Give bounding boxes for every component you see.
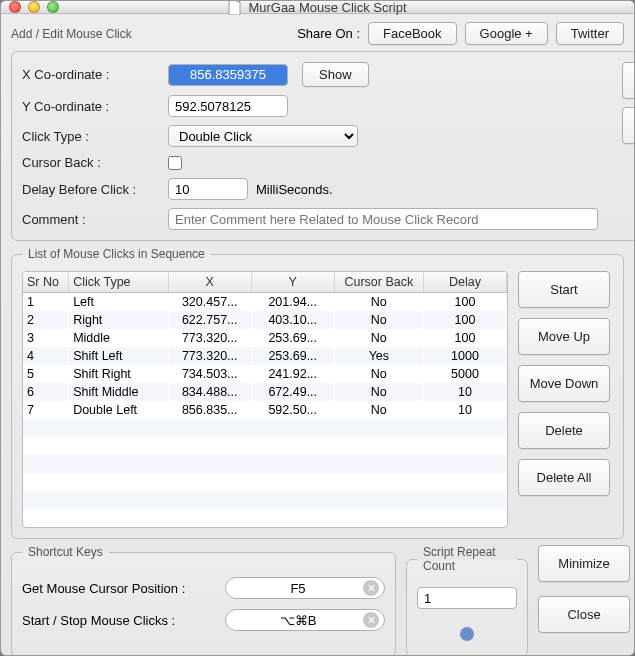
share-on-label: Share On :	[297, 26, 360, 41]
add-edit-fieldset: X Co-ordinate : Show Y Co-ordinate : Cli…	[11, 51, 635, 241]
table-row-empty	[23, 473, 507, 491]
table-row[interactable]: 2Right622.757...403.10...No100	[23, 311, 507, 329]
table-row[interactable]: 7Double Left856.835...592.50...No10	[23, 401, 507, 419]
close-button[interactable]: Close	[538, 596, 630, 633]
table-row-empty	[23, 437, 507, 455]
col-clicktype[interactable]: Click Type	[69, 272, 169, 293]
deleteall-button[interactable]: Delete All	[518, 459, 610, 496]
startstop-shortcut-input[interactable]	[225, 609, 385, 631]
clicktype-select[interactable]: Double Click	[168, 125, 358, 147]
col-x[interactable]: X	[168, 272, 251, 293]
table-row-empty	[23, 419, 507, 437]
table-row-empty	[23, 455, 507, 473]
col-delay[interactable]: Delay	[423, 272, 506, 293]
sharebar: Add / Edit Mouse Click Share On : FaceBo…	[11, 22, 624, 45]
delete-button[interactable]: Delete	[518, 412, 610, 449]
col-cursorback[interactable]: Cursor Back	[334, 272, 423, 293]
moveup-button[interactable]: Move Up	[518, 318, 610, 355]
clicks-table-wrapper: Sr No Click Type X Y Cursor Back Delay 1…	[22, 271, 508, 528]
add-edit-label: Add / Edit Mouse Click	[11, 27, 132, 41]
getpos-label: Get Mouse Cursor Position :	[22, 581, 217, 596]
minimize-button[interactable]: Minimize	[538, 545, 630, 582]
comment-input[interactable]	[168, 208, 598, 230]
y-coordinate-input[interactable]	[168, 95, 288, 117]
repeat-fieldset: Script Repeat Count	[406, 545, 528, 656]
facebook-button[interactable]: FaceBook	[368, 22, 457, 45]
table-row[interactable]: 4Shift Left773.320...253.69...Yes1000	[23, 347, 507, 365]
twitter-button[interactable]: Twitter	[556, 22, 624, 45]
startstop-label: Start / Stop Mouse Clicks :	[22, 613, 217, 628]
clicks-table[interactable]: Sr No Click Type X Y Cursor Back Delay 1…	[23, 272, 507, 527]
delay-label: Delay Before Click :	[22, 182, 160, 197]
shortcut-legend: Shortcut Keys	[22, 545, 109, 559]
list-fieldset: List of Mouse Clicks in Sequence Sr No C…	[11, 247, 624, 539]
table-row-empty	[23, 491, 507, 509]
x-coordinate-input[interactable]	[168, 64, 288, 86]
clear-startstop-icon[interactable]: ✕	[363, 612, 379, 628]
delay-input[interactable]	[168, 178, 248, 200]
start-button[interactable]: Start	[518, 271, 610, 308]
document-icon	[228, 0, 242, 15]
table-row-empty	[23, 509, 507, 527]
y-label: Y Co-ordinate :	[22, 99, 160, 114]
x-label: X Co-ordinate :	[22, 67, 160, 82]
googleplus-button[interactable]: Google +	[465, 22, 548, 45]
update-button[interactable]: Update	[622, 107, 635, 144]
cursorback-checkbox[interactable]	[168, 156, 182, 170]
window-title: MurGaa Mouse Click Script	[248, 0, 406, 15]
cursorback-label: Cursor Back :	[22, 155, 160, 170]
clear-getpos-icon[interactable]: ✕	[363, 580, 379, 596]
col-srno[interactable]: Sr No	[23, 272, 69, 293]
clicktype-label: Click Type :	[22, 129, 160, 144]
show-button[interactable]: Show	[302, 62, 369, 87]
col-y[interactable]: Y	[251, 272, 334, 293]
list-legend: List of Mouse Clicks in Sequence	[22, 247, 211, 261]
app-window: MurGaa Mouse Click Script Add / Edit Mou…	[0, 0, 635, 656]
table-row[interactable]: 1Left320.457...201.94...No100	[23, 293, 507, 312]
shortcut-fieldset: Shortcut Keys Get Mouse Cursor Position …	[11, 545, 396, 656]
getpos-shortcut-input[interactable]	[225, 577, 385, 599]
add-button[interactable]: Add	[622, 62, 635, 99]
repeat-legend: Script Repeat Count	[417, 545, 517, 573]
movedown-button[interactable]: Move Down	[518, 365, 610, 402]
comment-label: Comment :	[22, 212, 160, 227]
table-row[interactable]: 5Shift Right734.503...241.92...No5000	[23, 365, 507, 383]
table-row[interactable]: 6Shift Middle834.488...672.49...No10	[23, 383, 507, 401]
table-row[interactable]: 3Middle773.320...253.69...No100	[23, 329, 507, 347]
titlebar: MurGaa Mouse Click Script	[1, 1, 634, 14]
delay-unit: MilliSeconds.	[256, 182, 333, 197]
repeat-count-input[interactable]	[417, 587, 517, 609]
status-indicator-dot	[460, 627, 474, 641]
